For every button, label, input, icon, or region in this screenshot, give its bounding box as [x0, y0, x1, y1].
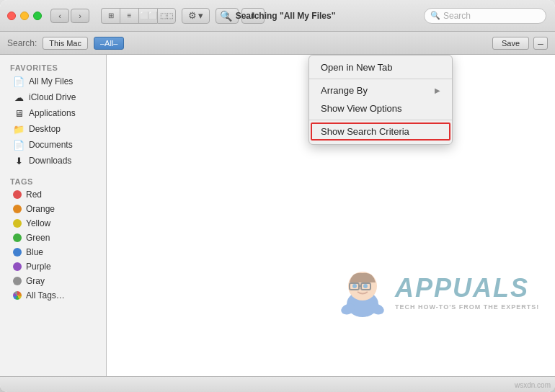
show-search-criteria-item[interactable]: Show Search Criteria	[311, 122, 450, 141]
search-label: Search:	[7, 38, 37, 48]
sidebar-item-label: Purple	[26, 262, 51, 272]
sidebar-item-purple[interactable]: Purple	[3, 259, 103, 274]
scope-thismac-button[interactable]: This Mac	[43, 37, 88, 50]
blue-tag-dot	[13, 248, 22, 257]
all-my-files-icon: 📄	[13, 76, 25, 87]
divider-2	[309, 120, 452, 120]
appuals-text-block: APPUALS TECH HOW-TO'S FROM THE EXPERTS!	[395, 273, 539, 311]
sidebar-item-all-my-files[interactable]: 📄 All My Files	[3, 74, 103, 89]
traffic-lights	[7, 12, 42, 20]
titlebar: ‹ › ⊞ ≡ ⬜⬜ ⬚⬚ ⚙ ▾ ⬆ ⬇	[0, 0, 555, 32]
content-area: Open in New Tab Arrange By ▶ Show View O…	[107, 55, 555, 376]
mascot-svg	[337, 264, 388, 318]
sidebar-item-blue[interactable]: Blue	[3, 245, 103, 259]
arrange-by-item[interactable]: Arrange By ▶	[309, 81, 452, 99]
gear-icon: ⚙	[188, 10, 197, 21]
minimize-button[interactable]	[20, 12, 29, 20]
status-bar	[0, 376, 555, 392]
search-placeholder: Search	[443, 11, 471, 21]
arrange-by-label: Arrange By	[321, 85, 368, 96]
show-search-criteria-label: Show Search Criteria	[321, 126, 409, 137]
scope-allmy-button[interactable]: –All–	[94, 37, 124, 50]
purple-tag-dot	[13, 262, 22, 271]
sidebar-item-orange[interactable]: Orange	[3, 202, 103, 216]
forward-button[interactable]: ›	[71, 9, 89, 23]
search-icon: 🔍	[430, 11, 440, 20]
finder-window: ‹ › ⊞ ≡ ⬜⬜ ⬚⬚ ⚙ ▾ ⬆ ⬇	[0, 0, 555, 392]
sidebar-item-gray[interactable]: Gray	[3, 274, 103, 288]
content-watermark: APPUALS TECH HOW-TO'S FROM THE EXPERTS!	[337, 264, 539, 318]
searchbar-right: Save –	[492, 37, 548, 50]
documents-icon: 📄	[13, 139, 25, 151]
sidebar-item-label: Gray	[26, 276, 45, 286]
desktop-icon: 📁	[13, 123, 25, 135]
sidebar-item-label: Documents	[29, 140, 73, 150]
appuals-title: APPUALS	[395, 273, 539, 303]
sidebar-item-documents[interactable]: 📄 Documents	[3, 137, 103, 153]
view-options-group: ⊞ ≡ ⬜⬜ ⬚⬚	[101, 8, 176, 24]
sidebar-item-icloud-drive[interactable]: ☁ iCloud Drive	[3, 89, 103, 105]
yellow-tag-dot	[13, 219, 22, 228]
sidebar-item-desktop[interactable]: 📁 Desktop	[3, 121, 103, 137]
show-view-options-item[interactable]: Show View Options	[309, 99, 452, 117]
context-menu: Open in New Tab Arrange By ▶ Show View O…	[308, 55, 453, 145]
applications-icon: 🖥	[13, 107, 25, 119]
main-area: Favorites 📄 All My Files ☁ iCloud Drive …	[0, 55, 555, 376]
sidebar-item-label: Desktop	[29, 124, 61, 134]
sidebar-item-label: Applications	[29, 108, 76, 118]
sidebar-item-all-tags[interactable]: All Tags…	[3, 288, 103, 303]
watermark: wsxdn.com	[515, 381, 551, 389]
sidebar-item-label: iCloud Drive	[29, 92, 76, 102]
list-view-button[interactable]: ≡	[120, 8, 138, 24]
arrange-by-arrow-icon: ▶	[435, 86, 440, 94]
all-tags-icon	[13, 291, 22, 300]
appuals-subtitle: TECH HOW-TO'S FROM THE EXPERTS!	[395, 303, 539, 311]
icon-view-button[interactable]: ⊞	[101, 8, 120, 24]
sidebar-item-applications[interactable]: 🖥 Applications	[3, 105, 103, 121]
red-tag-dot	[13, 190, 22, 199]
title-icon: 🔍	[220, 10, 232, 22]
open-new-tab-item[interactable]: Open in New Tab	[309, 58, 452, 76]
green-tag-dot	[13, 233, 22, 242]
sidebar-item-label: Green	[26, 233, 50, 243]
gear-arrow-icon: ▾	[198, 10, 203, 21]
sidebar-item-green[interactable]: Green	[3, 231, 103, 245]
gray-tag-dot	[13, 277, 22, 285]
sidebar-item-label: All My Files	[29, 76, 73, 86]
maximize-button[interactable]	[33, 12, 42, 20]
sidebar-item-label: Downloads	[29, 156, 71, 166]
window-title: 🔍 Searching "All My Files"	[220, 10, 336, 22]
sidebar-item-label: All Tags…	[26, 290, 65, 300]
search-box[interactable]: 🔍 Search	[424, 8, 546, 24]
sidebar-item-label: Blue	[26, 247, 43, 257]
open-new-tab-label: Open in New Tab	[321, 62, 393, 73]
cover-flow-button[interactable]: ⬚⬚	[157, 8, 176, 24]
back-button[interactable]: ‹	[50, 9, 69, 23]
nav-buttons: ‹ ›	[50, 9, 89, 23]
sidebar-item-yellow[interactable]: Yellow	[3, 216, 103, 231]
orange-tag-dot	[13, 205, 22, 213]
sidebar-item-red[interactable]: Red	[3, 187, 103, 202]
save-button[interactable]: Save	[492, 37, 529, 50]
sidebar-item-label: Red	[26, 190, 42, 200]
favorites-label: Favorites	[0, 61, 106, 74]
title-label: Searching "All My Files"	[236, 11, 336, 21]
search-scope-bar: Search: This Mac –All– Save –	[0, 32, 555, 55]
icloud-drive-icon: ☁	[13, 92, 25, 103]
tags-label: Tags	[0, 174, 106, 187]
gear-menu-button[interactable]: ⚙ ▾	[182, 8, 210, 24]
sidebar-item-downloads[interactable]: ⬇ Downloads	[3, 153, 103, 169]
appuals-logo: APPUALS TECH HOW-TO'S FROM THE EXPERTS!	[337, 264, 539, 318]
svg-point-6	[363, 284, 368, 288]
show-view-options-label: Show View Options	[321, 103, 402, 114]
minus-button[interactable]: –	[533, 37, 548, 50]
close-button[interactable]	[7, 12, 16, 20]
divider-1	[309, 79, 452, 79]
sidebar: Favorites 📄 All My Files ☁ iCloud Drive …	[0, 55, 107, 376]
sidebar-item-label: Orange	[26, 204, 55, 214]
svg-point-5	[352, 284, 357, 288]
sidebar-item-label: Yellow	[26, 218, 50, 228]
downloads-icon: ⬇	[13, 155, 25, 166]
column-view-button[interactable]: ⬜⬜	[138, 8, 157, 24]
